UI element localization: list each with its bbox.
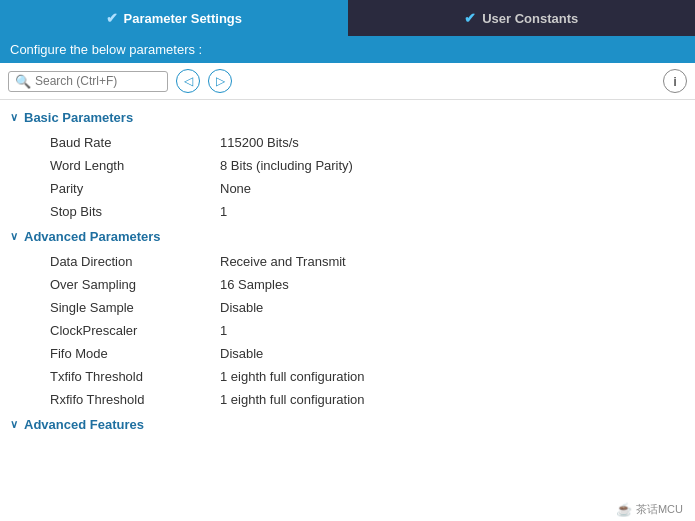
info-icon: i: [673, 74, 677, 89]
section-basic-parameters[interactable]: ∨ Basic Parameters: [0, 104, 695, 131]
param-value-txfifo-threshold: 1 eighth full configuration: [220, 369, 365, 384]
param-value-baud-rate: 115200 Bits/s: [220, 135, 299, 150]
param-name-baud-rate: Baud Rate: [50, 135, 220, 150]
param-name-parity: Parity: [50, 181, 220, 196]
search-input[interactable]: [35, 74, 155, 88]
table-row: Fifo Mode Disable: [0, 342, 695, 365]
param-value-fifo-mode: Disable: [220, 346, 263, 361]
param-name-fifo-mode: Fifo Mode: [50, 346, 220, 361]
advanced-params-list: Data Direction Receive and Transmit Over…: [0, 250, 695, 411]
table-row: Stop Bits 1: [0, 200, 695, 223]
table-row: Rxfifo Threshold 1 eighth full configura…: [0, 388, 695, 411]
tab-check-icon-2: ✔: [464, 10, 476, 26]
param-name-stop-bits: Stop Bits: [50, 204, 220, 219]
table-row: ClockPrescaler 1: [0, 319, 695, 342]
tab-user-constants-label: User Constants: [482, 11, 578, 26]
table-row: Single Sample Disable: [0, 296, 695, 319]
param-name-data-direction: Data Direction: [50, 254, 220, 269]
watermark: ☕ 茶话MCU: [604, 498, 695, 521]
section-advanced-parameters[interactable]: ∨ Advanced Parameters: [0, 223, 695, 250]
section-advanced-features[interactable]: ∨ Advanced Features: [0, 411, 695, 438]
search-wrapper[interactable]: 🔍: [8, 71, 168, 92]
section-features-label: Advanced Features: [24, 417, 144, 432]
section-advanced-label: Advanced Parameters: [24, 229, 161, 244]
param-value-single-sample: Disable: [220, 300, 263, 315]
param-value-over-sampling: 16 Samples: [220, 277, 289, 292]
basic-params-list: Baud Rate 115200 Bits/s Word Length 8 Bi…: [0, 131, 695, 223]
param-name-single-sample: Single Sample: [50, 300, 220, 315]
header-bar: Configure the below parameters :: [0, 36, 695, 63]
tab-parameter-settings-label: Parameter Settings: [124, 11, 243, 26]
table-row: Over Sampling 16 Samples: [0, 273, 695, 296]
param-name-over-sampling: Over Sampling: [50, 277, 220, 292]
table-row: Data Direction Receive and Transmit: [0, 250, 695, 273]
nav-right-icon: ▷: [216, 74, 225, 88]
param-name-txfifo-threshold: Txfifo Threshold: [50, 369, 220, 384]
header-text: Configure the below parameters :: [10, 42, 202, 57]
param-value-word-length: 8 Bits (including Parity): [220, 158, 353, 173]
tab-user-constants[interactable]: ✔ User Constants: [348, 0, 696, 36]
param-value-parity: None: [220, 181, 251, 196]
content-area: ∨ Basic Parameters Baud Rate 115200 Bits…: [0, 100, 695, 442]
search-icon: 🔍: [15, 74, 31, 89]
chevron-features-icon: ∨: [10, 418, 18, 431]
watermark-icon: ☕: [616, 502, 632, 517]
param-name-clock-prescaler: ClockPrescaler: [50, 323, 220, 338]
search-bar: 🔍 ◁ ▷ i: [0, 63, 695, 100]
table-row: Word Length 8 Bits (including Parity): [0, 154, 695, 177]
chevron-basic-icon: ∨: [10, 111, 18, 124]
nav-next-button[interactable]: ▷: [208, 69, 232, 93]
table-row: Parity None: [0, 177, 695, 200]
table-row: Baud Rate 115200 Bits/s: [0, 131, 695, 154]
info-button[interactable]: i: [663, 69, 687, 93]
nav-left-icon: ◁: [184, 74, 193, 88]
param-value-data-direction: Receive and Transmit: [220, 254, 346, 269]
param-value-stop-bits: 1: [220, 204, 227, 219]
tab-bar: ✔ Parameter Settings ✔ User Constants: [0, 0, 695, 36]
param-value-clock-prescaler: 1: [220, 323, 227, 338]
table-row: Txfifo Threshold 1 eighth full configura…: [0, 365, 695, 388]
param-value-rxfifo-threshold: 1 eighth full configuration: [220, 392, 365, 407]
tab-parameter-settings[interactable]: ✔ Parameter Settings: [0, 0, 348, 36]
section-basic-label: Basic Parameters: [24, 110, 133, 125]
param-name-rxfifo-threshold: Rxfifo Threshold: [50, 392, 220, 407]
watermark-text: 茶话MCU: [636, 502, 683, 517]
param-name-word-length: Word Length: [50, 158, 220, 173]
chevron-advanced-icon: ∨: [10, 230, 18, 243]
nav-prev-button[interactable]: ◁: [176, 69, 200, 93]
tab-check-icon: ✔: [106, 10, 118, 26]
